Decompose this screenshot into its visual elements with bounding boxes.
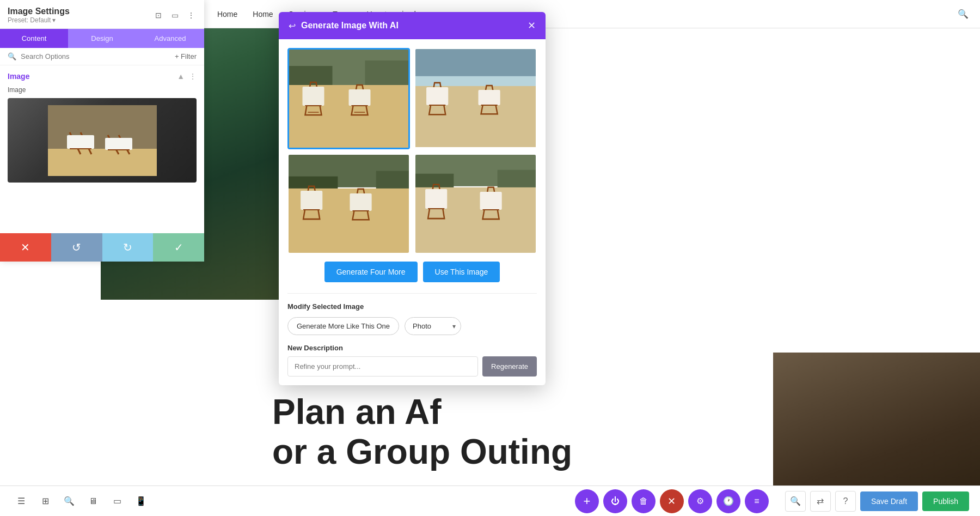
ai-dialog-close-button[interactable]: ✕ bbox=[528, 20, 536, 32]
image-preview[interactable] bbox=[8, 98, 197, 183]
tab-design[interactable]: Design bbox=[68, 29, 136, 48]
toolbar-search-right-icon[interactable]: 🔍 bbox=[785, 491, 806, 512]
svg-rect-1 bbox=[48, 105, 157, 149]
bottom-toolbar: ☰ ⊞ 🔍 🖥 ▭ 📱 + ⏻ 🗑 ✕ ⚙ 🕐 ≡ 🔍 ⇄ ? Save Dra… bbox=[0, 485, 980, 516]
panel-section-header: Image ▲ ⋮ bbox=[8, 72, 197, 81]
grid-image-4[interactable] bbox=[414, 154, 537, 254]
toolbar-right-icons: 🔍 ⇄ ? Save Draft Publish bbox=[785, 491, 969, 512]
toolbar-purple-buttons: + ⏻ 🗑 ✕ ⚙ 🕐 ≡ bbox=[575, 489, 769, 513]
ai-generate-dialog: ↩ Generate Image With AI ✕ bbox=[279, 12, 546, 385]
prompt-input[interactable] bbox=[287, 356, 478, 377]
section-icons: ▲ ⋮ bbox=[177, 72, 197, 81]
confirm-icon: ✓ bbox=[174, 241, 183, 254]
panel-more-icon[interactable]: ⋮ bbox=[186, 10, 197, 21]
save-draft-button[interactable]: Save Draft bbox=[860, 491, 918, 511]
grid-image-3[interactable] bbox=[287, 154, 410, 254]
toolbar-delete-button[interactable]: 🗑 bbox=[632, 489, 656, 513]
use-image-button[interactable]: Use This Image bbox=[423, 262, 500, 282]
tab-content[interactable]: Content bbox=[0, 29, 68, 48]
page-bottom-title: Plan an Af or a Group Outing bbox=[272, 392, 572, 472]
panel-title-area: Image Settings Preset: Default ▾ bbox=[8, 7, 70, 24]
panel-expand-icon[interactable]: ▭ bbox=[169, 10, 180, 21]
toolbar-add-button[interactable]: + bbox=[575, 489, 599, 513]
toolbar-help-icon[interactable]: ? bbox=[835, 491, 856, 512]
regenerate-button[interactable]: Regenerate bbox=[482, 356, 537, 377]
toolbar-desktop-icon[interactable]: 🖥 bbox=[83, 491, 103, 512]
toolbar-tablet-icon[interactable]: ▭ bbox=[107, 491, 127, 512]
svg-rect-19 bbox=[349, 89, 371, 106]
prompt-row: Regenerate bbox=[287, 356, 537, 377]
panel-redo-button[interactable]: ↻ bbox=[102, 233, 154, 262]
generate-four-more-button[interactable]: Generate Four More bbox=[324, 262, 418, 282]
panel-preset[interactable]: Preset: Default ▾ bbox=[8, 16, 70, 24]
svg-rect-29 bbox=[479, 90, 500, 105]
ai-dialog-body: Generate Four More Use This Image Modify… bbox=[279, 39, 546, 385]
grid-image-1[interactable] bbox=[287, 48, 410, 149]
style-select-wrapper: Photo Illustration Painting Sketch bbox=[405, 317, 461, 335]
svg-rect-36 bbox=[301, 191, 322, 210]
image-preview-svg bbox=[48, 105, 157, 176]
ai-dialog-title-area: ↩ Generate Image With AI bbox=[289, 21, 399, 31]
undo-icon: ↺ bbox=[72, 241, 81, 254]
svg-rect-46 bbox=[425, 189, 447, 209]
grid-image-scene-4 bbox=[415, 155, 536, 253]
search-options-input[interactable] bbox=[21, 52, 170, 60]
toolbar-transfer-icon[interactable]: ⇄ bbox=[810, 491, 831, 512]
svg-rect-8 bbox=[105, 138, 132, 150]
image-settings-panel: Image Settings Preset: Default ▾ ⊡ ▭ ⋮ C… bbox=[0, 0, 204, 262]
toolbar-history-button[interactable]: 🕐 bbox=[716, 489, 740, 513]
nav-search-button[interactable]: 🔍 bbox=[957, 8, 969, 20]
toolbar-layout-button[interactable]: ≡ bbox=[745, 489, 769, 513]
ai-back-icon[interactable]: ↩ bbox=[289, 21, 296, 31]
panel-tabs: Content Design Advanced bbox=[0, 29, 204, 48]
panel-section-title: Image bbox=[8, 72, 29, 81]
panel-resize-icon[interactable]: ⊡ bbox=[153, 10, 164, 21]
modify-section: Modify Selected Image Generate More Like… bbox=[287, 293, 537, 377]
panel-header: Image Settings Preset: Default ▾ ⊡ ▭ ⋮ bbox=[0, 0, 204, 29]
svg-rect-4 bbox=[67, 135, 94, 149]
toolbar-settings-button[interactable]: ⚙ bbox=[688, 489, 712, 513]
svg-rect-12 bbox=[365, 60, 409, 88]
toolbar-power-button[interactable]: ⏻ bbox=[603, 489, 627, 513]
modify-label: Modify Selected Image bbox=[287, 302, 537, 311]
toolbar-mobile-icon[interactable]: 📱 bbox=[131, 491, 151, 512]
image-grid bbox=[287, 48, 537, 254]
panel-header-icons: ⊡ ▭ ⋮ bbox=[153, 10, 197, 21]
section-dots-icon[interactable]: ⋮ bbox=[189, 72, 197, 81]
toolbar-grid-icon[interactable]: ⊞ bbox=[35, 491, 56, 512]
nav-item-home2[interactable]: Home bbox=[217, 10, 237, 19]
toolbar-left-icons: ☰ ⊞ 🔍 🖥 ▭ 📱 bbox=[11, 491, 151, 512]
grid-image-scene-2 bbox=[415, 49, 536, 147]
generate-like-button[interactable]: Generate More Like This One bbox=[287, 317, 399, 335]
panel-actions: ✕ ↺ ↻ ✓ bbox=[0, 233, 204, 262]
grid-image-scene-3 bbox=[289, 155, 409, 253]
section-collapse-icon[interactable]: ▲ bbox=[177, 72, 185, 81]
cancel-icon: ✕ bbox=[21, 241, 30, 254]
panel-undo-button[interactable]: ↺ bbox=[51, 233, 102, 262]
new-description-label: New Description bbox=[287, 344, 537, 352]
svg-rect-49 bbox=[480, 192, 502, 210]
image-field-label: Image bbox=[8, 86, 197, 94]
panel-title: Image Settings bbox=[8, 7, 70, 16]
panel-cancel-button[interactable]: ✕ bbox=[0, 233, 51, 262]
tab-advanced[interactable]: Advanced bbox=[136, 29, 204, 48]
grid-image-2[interactable] bbox=[414, 48, 537, 149]
panel-confirm-button[interactable]: ✓ bbox=[153, 233, 204, 262]
redo-icon: ↻ bbox=[123, 241, 132, 254]
ai-action-row: Generate Four More Use This Image bbox=[287, 262, 537, 282]
style-select[interactable]: Photo Illustration Painting Sketch bbox=[405, 317, 461, 335]
ai-dialog-title: Generate Image With AI bbox=[301, 21, 399, 31]
filter-button[interactable]: + Filter bbox=[175, 52, 197, 60]
toolbar-search-icon[interactable]: 🔍 bbox=[59, 491, 79, 512]
svg-rect-15 bbox=[303, 87, 324, 106]
panel-search-area: 🔍 + Filter bbox=[0, 48, 204, 65]
svg-rect-26 bbox=[426, 87, 448, 105]
publish-button[interactable]: Publish bbox=[922, 491, 969, 511]
nav-item-home3[interactable]: Home bbox=[253, 10, 273, 19]
ai-dialog-header: ↩ Generate Image With AI ✕ bbox=[279, 12, 546, 39]
svg-rect-39 bbox=[350, 193, 372, 211]
toolbar-menu-icon[interactable]: ☰ bbox=[11, 491, 32, 512]
search-icon: 🔍 bbox=[8, 52, 16, 60]
svg-rect-0 bbox=[48, 149, 157, 176]
toolbar-close-button[interactable]: ✕ bbox=[660, 489, 684, 513]
